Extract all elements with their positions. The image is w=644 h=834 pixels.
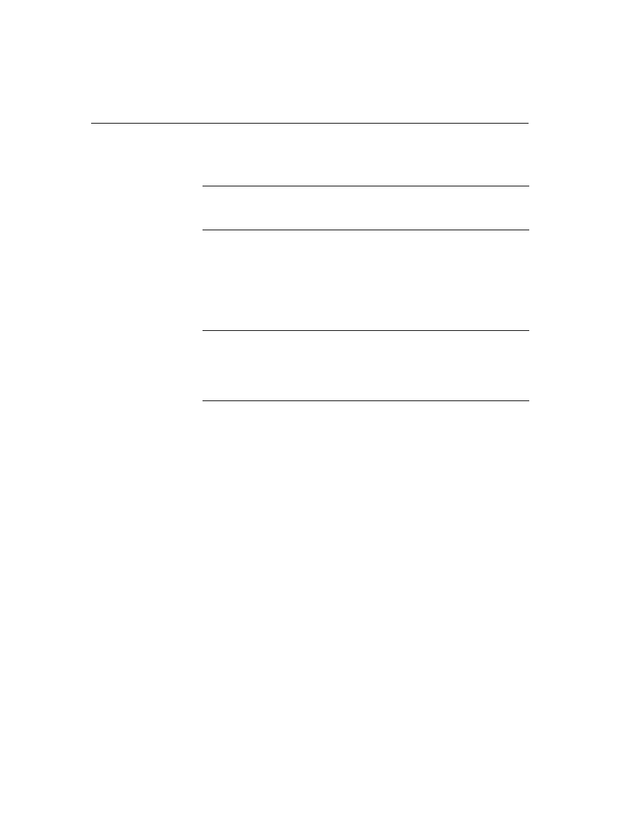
horizontal-rule bbox=[91, 123, 529, 124]
horizontal-rule bbox=[203, 330, 529, 331]
horizontal-rule bbox=[203, 400, 529, 401]
horizontal-rule bbox=[203, 186, 529, 186]
document-page bbox=[0, 0, 644, 834]
horizontal-rule bbox=[203, 230, 529, 230]
